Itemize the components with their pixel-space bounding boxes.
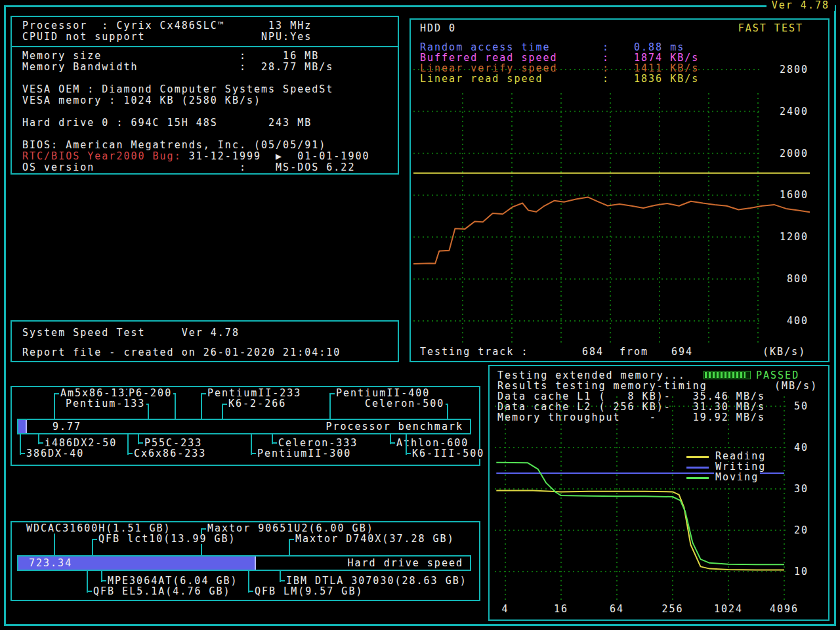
connector-line (447, 404, 448, 420)
program-title: System Speed Test Ver 4.78 (12, 327, 398, 339)
hdd-y-tick-label: 2400 (763, 106, 808, 117)
vesa-oem-line: VESA OEM : Diamond Computer Systems Spee… (12, 84, 398, 95)
connector-line (54, 394, 55, 420)
memory-throughput-label: Memory throughput - (497, 412, 657, 423)
reference-label: Am5x86-133 (59, 388, 134, 398)
reference-label: 386DX-40 (25, 449, 85, 459)
os-version-line: OS version : MS-DOS 6.22 (12, 162, 398, 173)
memory-x-tick-label: 256 (656, 604, 689, 615)
testing-track-total: 694 (655, 346, 693, 358)
reference-label: QFB LM(9.57 GB) (253, 587, 364, 597)
reference-label: Cx6x86-233 (133, 449, 207, 459)
processor-line: Processor : Cyrix Cx486SLC™ 13 MHz (12, 20, 398, 32)
processor-benchmark-panel: Am5x86-133P6-200PentiumII-233PentiumII-4… (10, 386, 480, 466)
l1-cache-value: 35.46 MB/s (673, 391, 765, 402)
rtc-bug-label: RTC/BIOS Year2000 Bug: (22, 150, 182, 162)
rtc-bug-line: RTC/BIOS Year2000 Bug: 31-12-1999 ▶ 01-0… (12, 151, 398, 162)
hdd-y-tick-label: 1200 (763, 232, 808, 243)
hdd-y-tick-label: 2800 (763, 64, 808, 75)
connector-line (175, 394, 176, 420)
memory-y-tick-label: 40 (782, 442, 808, 453)
memory-x-tick-label: 4 (489, 604, 522, 615)
l1-cache-row: Data cache L1 ( 8 KB)- 35.46 MB/s (490, 391, 828, 402)
reference-label: P55C-233 (143, 438, 203, 448)
stat-label: Linear read speed (420, 74, 543, 85)
memory-y-tick-label: 20 (782, 525, 808, 536)
legend-reading-label: Reading (714, 452, 767, 461)
connector-line (54, 532, 55, 556)
reference-label: Maxtor 90651U2(6.00 GB) (206, 524, 375, 534)
hard-drive-benchmark-bar: 723.34 Hard drive speed (17, 555, 471, 571)
connector-line (127, 433, 129, 455)
program-title-panel: System Speed Test Ver 4.78 Report file -… (10, 320, 399, 362)
l2-cache-row: Data cache L2 ( 256 KB)- 31.30 MB/s (490, 402, 828, 412)
processor-benchmark-value: 9.77 (52, 421, 81, 432)
stat-random-access-time: Random access time:0.88 ms (420, 42, 819, 52)
memory-bandwidth-line: Memory Bandwidth : 28.77 MB/s (12, 62, 398, 73)
rtc-bug-value: 31-12-1999 ▶ 01-01-1900 (182, 150, 370, 162)
reference-label: i486DX2-50 (43, 438, 118, 448)
reference-label: IBM DTLA 307030(28.63 GB) (285, 576, 469, 586)
processor-benchmark-bar-fill (18, 420, 27, 433)
l1-cache-label: Data cache L1 ( 8 KB)- (497, 391, 671, 402)
stat-sep: : (602, 74, 610, 85)
connector-line (289, 539, 290, 556)
reference-label: WDCAC31600H(1.51 GB) (25, 524, 173, 534)
l2-cache-label: Data cache L2 ( 256 KB)- (497, 402, 671, 412)
memory-test-panel: Testing extended memory... PASSED Result… (488, 365, 830, 621)
connector-line (20, 433, 21, 455)
reference-label: PentiumII-233 (206, 388, 303, 398)
memory-testing-line: Testing extended memory... PASSED (490, 370, 828, 381)
legend-moving-swatch (686, 477, 709, 479)
connector-line (222, 404, 223, 420)
units-label: (MB/s) (774, 381, 818, 391)
hdd-title: HDD 0 (420, 23, 456, 34)
reference-label: Maxtor D740X(37.28 GB) (294, 534, 456, 544)
memory-x-tick-label: 1024 (712, 604, 745, 615)
memory-results-line: Results testing memory-timing (MB/s) (490, 381, 828, 391)
stat-linear-verify-speed: Linear verify speed:1411 KB/s (420, 63, 819, 74)
processor-benchmark-label: Processor benchmark (326, 421, 463, 432)
series-linear-verify-speed (413, 197, 810, 264)
passed-badge: PASSED (756, 370, 799, 381)
connector-line (329, 394, 331, 420)
stat-linear-read-speed: Linear read speed:1836 KB/s (420, 74, 819, 84)
hard-drive-line: Hard drive 0 : 694C 15H 48S 243 MB (12, 117, 398, 129)
reference-label: PentiumII-400 (335, 388, 431, 398)
reference-label: Celeron-333 (277, 438, 359, 448)
memory-throughput-row: Memory throughput - 19.92 MB/s (490, 412, 828, 423)
bios-line: BIOS: American Megatrends, Inc. (05/05/9… (12, 140, 398, 151)
fast-test-label: FAST TEST (738, 23, 803, 34)
connector-line (201, 394, 202, 420)
blank-line (12, 129, 398, 140)
testing-track-label: Testing track : (420, 346, 528, 358)
reference-label: PentiumII-300 (256, 449, 352, 459)
processor-benchmark-bar: 9.77 Processor benchmark (17, 419, 471, 434)
testing-memory-label: Testing extended memory... (497, 370, 686, 381)
memory-y-tick-label: 30 (782, 484, 808, 495)
memory-x-tick-label: 16 (545, 604, 578, 615)
memory-y-tick-label: 50 (782, 401, 808, 412)
connector-line (248, 570, 249, 593)
hdd-stats-block: Random access time:0.88 ms Buffered read… (420, 42, 819, 84)
blank-line (12, 73, 398, 84)
hdd-y-tick-label: 2000 (763, 148, 808, 159)
legend-writing-label: Writing (714, 462, 767, 472)
reference-label: MPE3064AT(6.04 GB) (106, 576, 240, 586)
reference-label: QFB lct10(13.99 GB) (97, 534, 238, 544)
reference-label: K6-2-266 (227, 399, 287, 409)
connector-line (87, 570, 88, 593)
hdd-y-tick-label: 800 (763, 274, 808, 285)
memory-x-tick-label: 64 (600, 604, 633, 615)
l2-cache-value: 31.30 MB/s (673, 402, 765, 412)
connector-line (251, 433, 252, 455)
series-reading (496, 491, 784, 570)
progressbar-fill (705, 372, 746, 378)
cpuid-line: CPUID not support NPU:Yes (12, 32, 398, 43)
hdd-test-panel: HDD 0 FAST TEST Random access time:0.88 … (410, 18, 830, 362)
reference-label: QFB EL5.1A(4.76 GB) (92, 587, 232, 597)
testing-track-from-word: from (620, 346, 648, 358)
hard-drive-benchmark-value: 723.34 (29, 558, 72, 568)
system-info-panel: Processor : Cyrix Cx486SLC™ 13 MHz CPUID… (10, 16, 399, 175)
results-label: Results testing memory-timing (497, 381, 707, 391)
